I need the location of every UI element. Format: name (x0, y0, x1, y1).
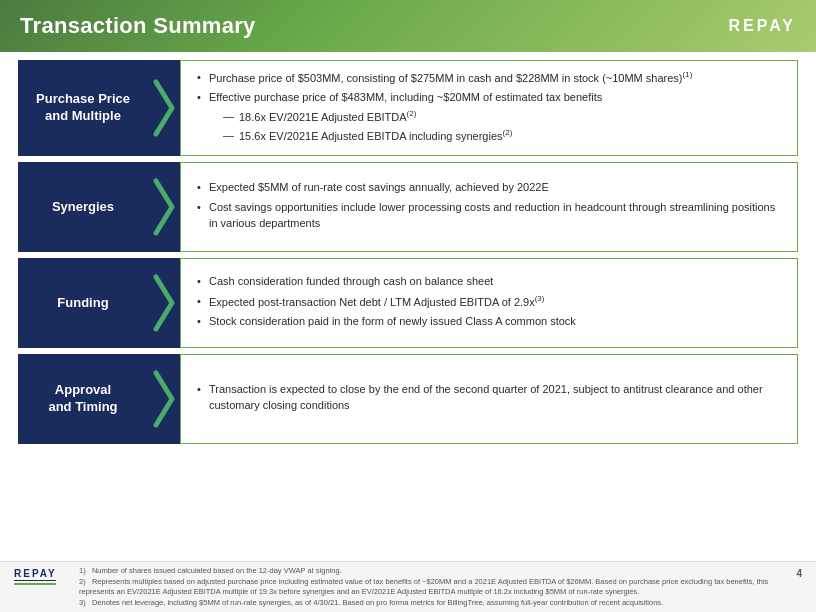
arrow-purchase-price (148, 60, 180, 156)
row-synergies: Synergies Expected $5MM of run-rate cost… (18, 162, 798, 252)
list-item: Cash consideration funded through cash o… (195, 273, 783, 290)
list-item: Expected post-transaction Net debt / LTM… (195, 293, 783, 310)
arrow-funding (148, 258, 180, 348)
main-content: Purchase Priceand Multiple Purchase pric… (0, 52, 816, 448)
footer: REPAY 1) Number of shares issued calcula… (0, 561, 816, 612)
label-synergies: Synergies (18, 162, 148, 252)
chevron-icon (152, 78, 176, 138)
footnote-3: 3) Denotes net leverage, including $5MM … (79, 598, 786, 609)
label-approval: Approvaland Timing (18, 354, 148, 444)
footnote-2: 2) Represents multiples based on adjuste… (79, 577, 786, 598)
footer-notes: 1) Number of shares issued calculated ba… (79, 566, 786, 608)
list-item: Expected $5MM of run-rate cost savings a… (195, 179, 783, 196)
footer-logo-area: REPAY (14, 566, 69, 586)
list-item: Transaction is expected to close by the … (195, 381, 783, 414)
label-purchase-price: Purchase Priceand Multiple (18, 60, 148, 156)
list-item: Stock consideration paid in the form of … (195, 313, 783, 330)
content-purchase-price: Purchase price of $503MM, consisting of … (180, 60, 798, 156)
list-item: Purchase price of $503MM, consisting of … (195, 69, 783, 86)
list-item: Effective purchase price of $483MM, incl… (195, 89, 783, 144)
content-funding: Cash consideration funded through cash o… (180, 258, 798, 348)
row-purchase-price: Purchase Priceand Multiple Purchase pric… (18, 60, 798, 156)
header: Transaction Summary REPAY (0, 0, 816, 52)
footnote-1: 1) Number of shares issued calculated ba… (79, 566, 786, 577)
content-approval: Transaction is expected to close by the … (180, 354, 798, 444)
arrow-approval (148, 354, 180, 444)
header-logo: REPAY (729, 17, 796, 35)
chevron-icon (152, 177, 176, 237)
footer-logo: REPAY (14, 566, 64, 579)
content-synergies: Expected $5MM of run-rate cost savings a… (180, 162, 798, 252)
label-funding: Funding (18, 258, 148, 348)
list-item: Cost savings opportunities include lower… (195, 199, 783, 232)
sub-list-item: 18.6x EV/2021E Adjusted EBITDA(2) (209, 108, 783, 125)
arrow-synergies (148, 162, 180, 252)
page-number: 4 (796, 566, 802, 579)
sub-list-item: 15.6x EV/2021E Adjusted EBITDA including… (209, 127, 783, 144)
row-approval: Approvaland Timing Transaction is expect… (18, 354, 798, 444)
chevron-icon (152, 273, 176, 333)
row-funding: Funding Cash consideration funded throug… (18, 258, 798, 348)
chevron-icon (152, 369, 176, 429)
page-title: Transaction Summary (20, 13, 256, 39)
